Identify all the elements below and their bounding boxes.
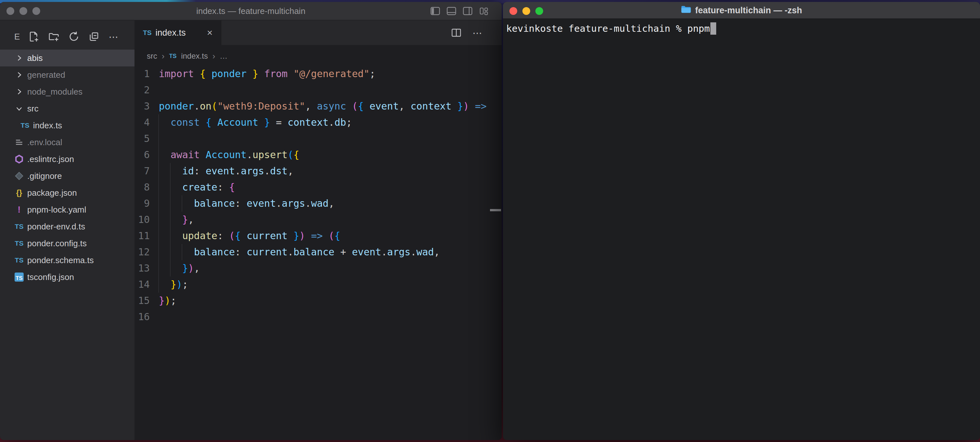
breadcrumb-folder[interactable]: src <box>147 51 157 60</box>
line-number: 15 <box>135 293 150 309</box>
code-line-6[interactable]: 6 await Account.upsert({ <box>135 147 502 163</box>
refresh-explorer-icon[interactable] <box>68 31 80 42</box>
explorer-toolbar: E ⋯ <box>0 30 135 44</box>
new-file-icon[interactable] <box>28 31 39 42</box>
typescript-file-icon: TS <box>21 121 30 129</box>
close-tab-icon[interactable]: × <box>205 27 215 38</box>
file-icon: TS <box>14 223 25 231</box>
file-name: abis <box>27 53 43 63</box>
code-line-12[interactable]: 12 balance: current.balance + event.args… <box>135 244 502 260</box>
explorer-header: E <box>14 32 20 42</box>
code-line-3[interactable]: 3ponder.on("weth9:Deposit", async ({ eve… <box>135 98 502 114</box>
explorer-item-tsconfig-json[interactable]: TStsconfig.json <box>0 269 135 286</box>
explorer-item-ponder-schema-ts[interactable]: TSponder.schema.ts <box>0 252 135 269</box>
terminal-window: feature-multichain — -zsh kevinkoste fea… <box>503 2 980 440</box>
explorer-item-abis[interactable]: abis <box>0 49 135 67</box>
file-icon: TS <box>14 256 25 264</box>
split-editor-icon[interactable] <box>451 27 461 38</box>
explorer-more-actions-icon[interactable]: ⋯ <box>108 31 118 43</box>
explorer-item-package-json[interactable]: {}package.json <box>0 184 135 201</box>
code-line-1[interactable]: 1import { ponder } from "@/generated"; <box>135 66 502 82</box>
line-number: 12 <box>135 244 150 260</box>
code-line-2[interactable]: 2 <box>135 82 502 98</box>
file-icon: ! <box>14 205 25 215</box>
file-icon: {} <box>14 188 25 197</box>
line-number: 8 <box>135 179 150 196</box>
explorer-item--gitignore[interactable]: .gitignore <box>0 167 135 184</box>
toggle-secondary-sidebar-icon[interactable] <box>463 6 473 16</box>
explorer-item-node-modules[interactable]: node_modules <box>0 83 135 100</box>
explorer-item--eslintrc-json[interactable]: .eslintrc.json <box>0 151 135 167</box>
line-number: 7 <box>135 163 150 179</box>
code-editor[interactable]: 1import { ponder } from "@/generated";23… <box>135 66 502 325</box>
file-name: src <box>27 104 38 114</box>
typescript-file-icon: TS <box>15 256 24 264</box>
breadcrumb-separator-icon: › <box>162 51 165 61</box>
line-number: 14 <box>135 277 150 293</box>
code-line-5[interactable]: 5 <box>135 130 502 147</box>
editor-area[interactable]: TS index.ts × ⋯ src › TS index.ts › … 1i… <box>135 21 502 440</box>
explorer-item-ponder-config-ts[interactable]: TSponder.config.ts <box>0 235 135 252</box>
code-line-16[interactable]: 16 <box>135 309 502 325</box>
code-line-7[interactable]: 7 id: event.args.dst, <box>135 163 502 179</box>
code-line-13[interactable]: 13 }), <box>135 260 502 277</box>
terminal-prompt-line: kevinkoste feature-multichain % pnpm <box>506 22 977 35</box>
code-line-9[interactable]: 9 balance: event.args.wad, <box>135 196 502 211</box>
file-name: ponder.schema.ts <box>27 255 94 266</box>
chevron-right-icon <box>14 71 25 79</box>
file-icon <box>14 138 25 146</box>
collapse-folders-icon[interactable] <box>89 31 100 42</box>
file-name: .eslintrc.json <box>27 154 74 164</box>
code-line-10[interactable]: 10 }, <box>135 211 502 228</box>
line-number: 16 <box>135 309 150 325</box>
explorer-item-src[interactable]: src <box>0 100 135 117</box>
vscode-titlebar[interactable]: index.ts — feature-multichain <box>0 2 502 20</box>
env-file-icon <box>15 138 23 146</box>
chevron-right-icon <box>14 87 25 96</box>
file-icon <box>14 154 25 164</box>
eslint-file-icon <box>14 154 24 164</box>
code-line-4[interactable]: 4 const { Account } = context.db; <box>135 114 502 130</box>
toggle-panel-icon[interactable] <box>447 6 456 16</box>
file-name: package.json <box>27 188 77 198</box>
line-number: 1 <box>135 66 150 82</box>
code-line-14[interactable]: 14 }); <box>135 277 502 293</box>
line-number: 2 <box>135 82 150 98</box>
explorer-item-pnpm-lock-yaml[interactable]: !pnpm-lock.yaml <box>0 201 135 218</box>
breadcrumb-file[interactable]: index.ts <box>181 51 208 60</box>
explorer-sidebar: E ⋯ abisgeneratednode_modulessrcTSindex.… <box>0 21 135 440</box>
indent-guide <box>182 196 182 211</box>
editor-tabstrip: TS index.ts × ⋯ <box>135 21 502 45</box>
scrollbar-mark[interactable] <box>490 209 501 211</box>
tsconfig-file-icon: TS <box>14 272 24 281</box>
breadcrumb-symbol[interactable]: … <box>220 51 228 60</box>
vscode-window: index.ts — feature-multichain E <box>0 2 502 440</box>
explorer-item-index-ts[interactable]: TSindex.ts <box>0 117 135 134</box>
code-line-15[interactable]: 15}); <box>135 293 502 309</box>
explorer-item--env-local[interactable]: .env.local <box>0 134 135 151</box>
tab-index-ts[interactable]: TS index.ts × <box>135 21 221 45</box>
terminal-prompt-text: kevinkoste feature-multichain % pnpm <box>506 23 710 34</box>
code-line-11[interactable]: 11 update: ({ current }) => ({ <box>135 228 502 244</box>
toggle-primary-sidebar-icon[interactable] <box>430 6 440 16</box>
indent-guide <box>170 163 170 277</box>
explorer-item-generated[interactable]: generated <box>0 67 135 83</box>
explorer-item-ponder-env-d-ts[interactable]: TSponder-env.d.ts <box>0 218 135 235</box>
file-name: pnpm-lock.yaml <box>27 205 86 215</box>
new-folder-icon[interactable] <box>48 31 59 42</box>
explorer-file-list: abisgeneratednode_modulessrcTSindex.ts.e… <box>0 49 135 286</box>
line-number: 5 <box>135 130 150 147</box>
typescript-file-icon: TS <box>169 53 177 60</box>
terminal-body[interactable]: kevinkoste feature-multichain % pnpm <box>503 19 980 440</box>
editor-more-actions-icon[interactable]: ⋯ <box>473 27 482 38</box>
line-number: 9 <box>135 196 150 211</box>
chevron-down-icon <box>14 104 25 113</box>
customize-layout-icon[interactable] <box>479 6 489 16</box>
terminal-titlebar[interactable]: feature-multichain — -zsh <box>503 2 980 19</box>
indent-guide <box>182 244 182 260</box>
breadcrumb-separator-icon: › <box>212 51 215 61</box>
breadcrumb[interactable]: src › TS index.ts › … <box>147 49 228 63</box>
vscode-window-title: index.ts — feature-multichain <box>0 2 502 20</box>
line-number: 4 <box>135 114 150 130</box>
code-line-8[interactable]: 8 create: { <box>135 179 502 196</box>
